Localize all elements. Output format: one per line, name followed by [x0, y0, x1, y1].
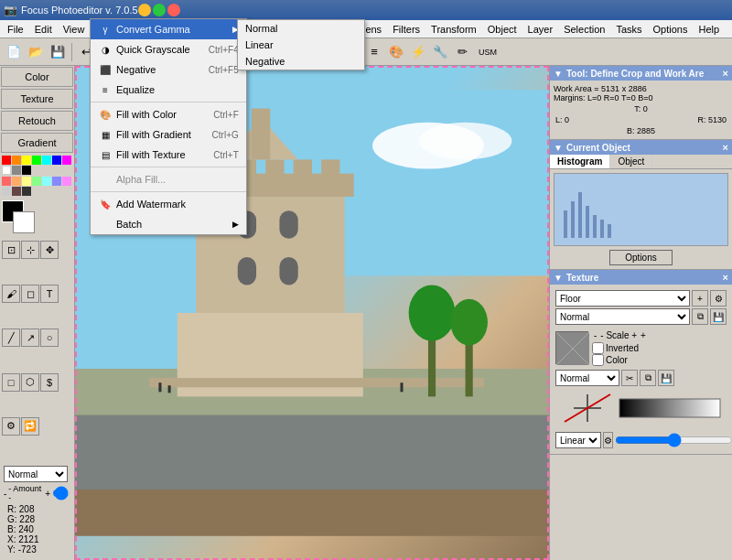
color-yellow[interactable]	[22, 156, 31, 165]
toolbar-usm[interactable]: USM	[474, 42, 501, 62]
tool-line[interactable]: ╱	[2, 328, 20, 347]
color-lightyellow[interactable]	[22, 177, 31, 186]
amount-slider[interactable]	[52, 489, 70, 498]
linear-settings-btn[interactable]: ⚙	[603, 432, 613, 448]
scale-minus[interactable]: -	[594, 330, 597, 340]
color-gray[interactable]	[12, 166, 21, 175]
scale-plus[interactable]: +	[640, 330, 646, 340]
color-lightgreen[interactable]	[32, 177, 41, 186]
tool-text[interactable]: T	[40, 285, 59, 303]
normal-select[interactable]: Normal	[555, 308, 690, 325]
menu-help[interactable]: Help	[693, 22, 725, 37]
toolbar-btn11[interactable]: 🔧	[430, 42, 450, 62]
menu-tasks[interactable]: Tasks	[610, 22, 647, 37]
tab-color[interactable]: Color	[1, 67, 73, 87]
menu-selection[interactable]: Selection	[558, 22, 610, 37]
disk-btn[interactable]: 💾	[658, 370, 674, 386]
menu-transform[interactable]: Transform	[425, 22, 482, 37]
texture-close[interactable]: ×	[723, 272, 728, 283]
menu-add-watermark[interactable]: 🔖 Add Watermark	[91, 194, 246, 214]
menu-layer[interactable]: Layer	[522, 22, 559, 37]
amount-minus[interactable]: -	[4, 489, 6, 499]
toolbar-btn8[interactable]: ≡	[364, 42, 384, 62]
menu-edit[interactable]: Edit	[29, 22, 58, 37]
tool-eraser[interactable]: ◻	[21, 285, 39, 303]
menu-options[interactable]: Options	[648, 22, 694, 37]
tool-crop[interactable]: ⊡	[2, 241, 20, 259]
normal2-select[interactable]: Normal	[555, 370, 619, 386]
mode-select[interactable]: Normal Multiply Screen	[4, 466, 68, 482]
tool-brush[interactable]: 🖌	[2, 285, 20, 303]
tool-extra2[interactable]: 🔁	[21, 417, 39, 436]
current-object-close[interactable]: ×	[723, 142, 728, 153]
current-object-expand[interactable]: ▼	[554, 143, 563, 153]
texture-expand[interactable]: ▼	[554, 273, 563, 283]
tool-rect[interactable]: □	[2, 373, 20, 392]
color-black[interactable]	[22, 166, 31, 175]
maximize-button[interactable]	[153, 4, 166, 16]
toolbar-btn10[interactable]: ⚡	[408, 42, 428, 62]
toolbar-open[interactable]: 📂	[26, 42, 46, 62]
color-darkred[interactable]	[12, 187, 21, 196]
color-magenta[interactable]	[62, 156, 71, 165]
color-darkgray[interactable]	[22, 187, 31, 196]
menu-fill-color[interactable]: 🎨 Fill with Color Ctrl+F	[91, 104, 246, 124]
linear-select[interactable]: Linear	[555, 432, 601, 448]
menu-filters[interactable]: Filters	[387, 22, 425, 37]
menu-file[interactable]: File	[2, 22, 29, 37]
texture-copy-btn[interactable]: ⧉	[692, 308, 708, 325]
color-lightgray[interactable]	[2, 187, 11, 196]
tool-extra1[interactable]: ⚙	[2, 417, 20, 436]
color-lightorange[interactable]	[12, 177, 21, 186]
menu-view[interactable]: View	[58, 22, 91, 37]
tool-move[interactable]: ✥	[40, 241, 59, 259]
texture-menu-btn[interactable]: ⚙	[710, 290, 727, 307]
menu-convert-gamma[interactable]: γ Convert Gamma ▶	[91, 19, 246, 39]
color-check[interactable]	[592, 354, 604, 366]
scissors-btn[interactable]: ✂	[621, 370, 638, 386]
menu-fill-gradient[interactable]: ▦ Fill with Gradient Ctrl+G	[91, 124, 246, 145]
menu-negative[interactable]: ⬛ Negative Ctrl+F5	[91, 59, 246, 80]
crop-tool-close[interactable]: ×	[723, 68, 728, 79]
add-texture-btn[interactable]: +	[692, 290, 708, 307]
tool-polygon[interactable]: ⬡	[21, 373, 39, 392]
color-white[interactable]	[2, 166, 11, 175]
color-lightcyan[interactable]	[42, 177, 51, 186]
submenu-linear[interactable]: Linear	[238, 37, 364, 53]
minimize-button[interactable]	[138, 4, 151, 16]
menu-fill-texture[interactable]: ▤ Fill with Texture Ctrl+T	[91, 145, 246, 165]
tab-texture[interactable]: Texture	[1, 89, 73, 109]
color-orange[interactable]	[12, 156, 21, 165]
copy2-btn[interactable]: ⧉	[640, 370, 656, 386]
crop-tool-expand[interactable]: ▼	[554, 69, 563, 79]
tab-gradient[interactable]: Gradient	[1, 133, 73, 153]
linear-slider[interactable]	[615, 436, 732, 445]
tab-object[interactable]: Object	[610, 155, 652, 168]
submenu-normal[interactable]: Normal	[238, 20, 364, 37]
tool-circle[interactable]: ○	[40, 328, 59, 347]
color-red[interactable]	[2, 156, 11, 165]
color-lightred[interactable]	[2, 177, 11, 186]
tab-retouch[interactable]: Retouch	[1, 111, 73, 131]
menu-quick-grayscale[interactable]: ◑ Quick Grayscale Ctrl+F4	[91, 39, 246, 59]
close-button[interactable]	[167, 4, 180, 16]
menu-object[interactable]: Object	[482, 22, 522, 37]
color-cyan[interactable]	[42, 156, 51, 165]
toolbar-btn9[interactable]: 🎨	[386, 42, 406, 62]
inverted-check[interactable]	[592, 342, 604, 354]
tool-select[interactable]: ⊹	[21, 241, 39, 259]
color-green[interactable]	[32, 156, 41, 165]
background-color[interactable]	[13, 211, 35, 233]
amount-plus[interactable]: +	[45, 489, 50, 499]
color-lightblue[interactable]	[52, 177, 61, 186]
toolbar-new[interactable]: 📄	[4, 42, 24, 62]
menu-equalize[interactable]: ≡ Equalize	[91, 80, 246, 100]
menu-alpha-fill[interactable]: Alpha Fill...	[91, 169, 246, 189]
texture-save-btn[interactable]: 💾	[710, 308, 727, 325]
toolbar-btn12[interactable]: ✏	[452, 42, 472, 62]
floor-select[interactable]: Floor	[555, 290, 690, 307]
color-lightmagenta[interactable]	[62, 177, 71, 186]
tool-dollar[interactable]: $	[40, 373, 59, 392]
options-button[interactable]: Options	[609, 250, 672, 265]
color-blue[interactable]	[52, 156, 61, 165]
